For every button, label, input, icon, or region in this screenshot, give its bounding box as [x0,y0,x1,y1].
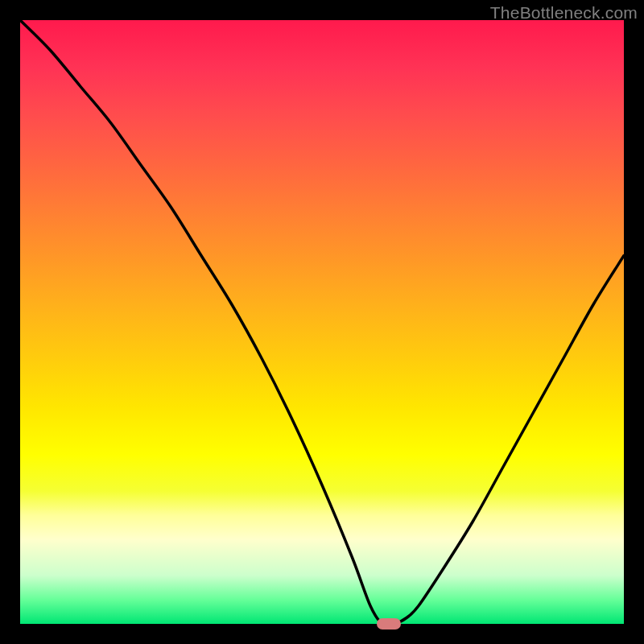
chart-container: TheBottleneck.com [0,0,644,644]
bottleneck-curve [20,20,624,624]
curve-svg [20,20,624,624]
plot-area [20,20,624,624]
optimal-point-marker [377,618,401,630]
watermark-text: TheBottleneck.com [490,3,638,23]
